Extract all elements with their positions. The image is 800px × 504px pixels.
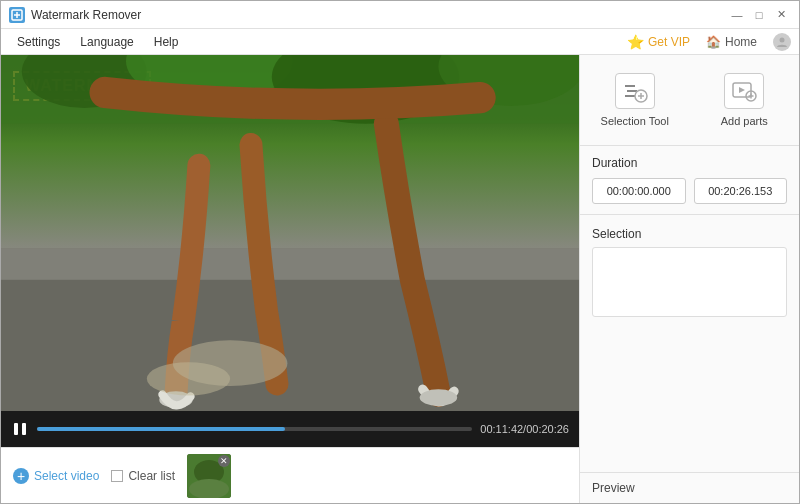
window-controls: — □ ✕ xyxy=(727,5,791,25)
selection-label: Selection xyxy=(592,227,787,241)
add-parts-button[interactable]: Add parts xyxy=(690,65,800,135)
title-bar: Watermark Remover — □ ✕ xyxy=(1,1,799,29)
app-icon xyxy=(9,7,25,23)
thumbnail-close-icon[interactable]: ✕ xyxy=(218,455,230,467)
time-display: 00:11:42/00:20:26 xyxy=(480,423,569,435)
duration-title: Duration xyxy=(592,156,787,170)
home-label: Home xyxy=(725,35,757,49)
duration-fields: 00:00:00.000 00:20:26.153 xyxy=(592,178,787,204)
video-area: WATERMARK xyxy=(1,55,579,503)
vip-label: Get VIP xyxy=(648,35,690,49)
duration-section: Duration 00:00:00.000 00:20:26.153 xyxy=(580,146,799,215)
svg-marker-28 xyxy=(739,87,745,93)
add-parts-label: Add parts xyxy=(721,115,768,127)
video-display: WATERMARK xyxy=(1,55,579,411)
preview-section: Preview xyxy=(580,472,799,503)
clear-list-label: Clear list xyxy=(128,469,175,483)
menu-help[interactable]: Help xyxy=(146,32,187,52)
svg-point-15 xyxy=(147,362,230,395)
play-pause-button[interactable] xyxy=(11,422,29,436)
tools-row: Selection Tool Add xyxy=(580,55,799,146)
user-avatar[interactable] xyxy=(773,33,791,51)
close-button[interactable]: ✕ xyxy=(771,5,791,25)
video-content-svg xyxy=(1,55,579,411)
svg-rect-11 xyxy=(1,280,579,411)
main-content: WATERMARK xyxy=(1,55,799,503)
progress-fill xyxy=(37,427,285,431)
selection-area: Selection xyxy=(580,215,799,329)
menu-settings[interactable]: Settings xyxy=(9,32,68,52)
bottom-bar: + Select video Clear list ✕ xyxy=(1,447,579,503)
selection-tool-button[interactable]: Selection Tool xyxy=(580,65,690,135)
add-circle-icon: + xyxy=(13,468,29,484)
video-scene: WATERMARK xyxy=(1,55,579,411)
home-button[interactable]: 🏠 Home xyxy=(706,35,757,49)
duration-end-field[interactable]: 00:20:26.153 xyxy=(694,178,788,204)
menu-items: Settings Language Help xyxy=(9,32,186,52)
selection-tool-label: Selection Tool xyxy=(601,115,669,127)
svg-rect-16 xyxy=(14,423,18,435)
svg-point-13 xyxy=(420,389,457,406)
right-panel: Selection Tool Add xyxy=(579,55,799,503)
menu-bar: Settings Language Help ⭐ Get VIP 🏠 Home xyxy=(1,29,799,55)
progress-bar[interactable] xyxy=(37,427,472,431)
svg-rect-17 xyxy=(22,423,26,435)
app-window: Watermark Remover — □ ✕ Settings Languag… xyxy=(0,0,800,504)
selection-canvas[interactable] xyxy=(592,247,787,317)
select-video-button[interactable]: + Select video xyxy=(13,468,99,484)
vip-star-icon: ⭐ xyxy=(627,34,644,50)
selection-tool-icon xyxy=(615,73,655,109)
clear-list-button[interactable]: Clear list xyxy=(111,469,175,483)
app-title: Watermark Remover xyxy=(31,8,141,22)
duration-start-field[interactable]: 00:00:00.000 xyxy=(592,178,686,204)
menu-right: ⭐ Get VIP 🏠 Home xyxy=(627,33,791,51)
title-bar-left: Watermark Remover xyxy=(9,7,141,23)
svg-rect-10 xyxy=(1,249,579,280)
menu-language[interactable]: Language xyxy=(72,32,141,52)
add-parts-icon xyxy=(724,73,764,109)
maximize-button[interactable]: □ xyxy=(749,5,769,25)
get-vip-button[interactable]: ⭐ Get VIP xyxy=(627,34,690,50)
video-thumbnail[interactable]: ✕ xyxy=(187,454,231,498)
minimize-button[interactable]: — xyxy=(727,5,747,25)
checkbox-icon xyxy=(111,470,123,482)
home-icon: 🏠 xyxy=(706,35,721,49)
select-video-label: Select video xyxy=(34,469,99,483)
preview-label: Preview xyxy=(592,481,635,495)
svg-point-3 xyxy=(780,37,785,42)
video-controls: 00:11:42/00:20:26 xyxy=(1,411,579,447)
